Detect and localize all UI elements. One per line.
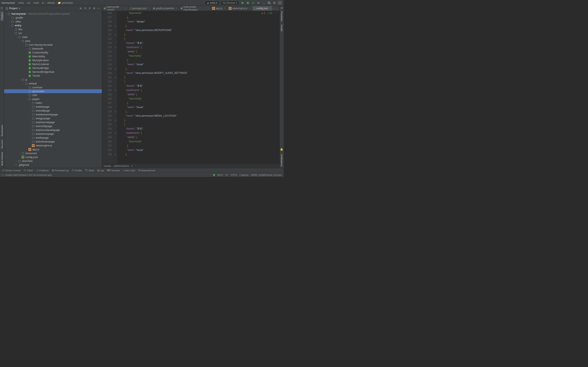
tree-arrow[interactable]: ›: [26, 48, 28, 50]
editor-breadcrumb-item[interactable]: 1: [131, 165, 132, 167]
tab-close-icon[interactable]: ×: [269, 7, 271, 9]
tree-arrow[interactable]: ›: [29, 110, 32, 111]
tree-arrow[interactable]: ›: [29, 137, 32, 139]
tree-item[interactable]: ›▢i18n: [4, 93, 102, 97]
profile-button[interactable]: [251, 1, 255, 5]
rail-tab-previewer[interactable]: Previewer: [280, 10, 283, 23]
status-icon[interactable]: ▢: [2, 174, 4, 176]
editor-tab[interactable]: {}config.json×: [252, 6, 273, 11]
fold-marker[interactable]: [113, 71, 117, 75]
rail-tab-bookmarks[interactable]: Bookmarks: [0, 123, 4, 138]
tree-item[interactable]: ⌄▢main: [4, 35, 102, 39]
fold-marker[interactable]: [113, 105, 117, 109]
fold-marker[interactable]: ⊖: [113, 33, 117, 37]
editor-tab[interactable]: JSapp.js×: [210, 6, 227, 11]
fold-marker[interactable]: ⊖: [113, 118, 117, 122]
tree-arrow[interactable]: ›: [26, 94, 28, 96]
collapse-all-icon[interactable]: ⇵: [88, 7, 91, 10]
fold-marker[interactable]: [113, 54, 117, 58]
tree-item[interactable]: CServiceBridge: [4, 66, 102, 70]
fold-marker[interactable]: [113, 15, 117, 20]
bottom-tab-log[interactable]: ▤Log: [97, 169, 104, 172]
fold-marker[interactable]: [113, 11, 117, 15]
editor-body[interactable]: ⚠ 1 ✓ 20 ˄ ˅ 106107108109110111112113114…: [102, 11, 279, 164]
chevron-down-icon[interactable]: ⌄: [273, 7, 275, 10]
fold-marker[interactable]: [113, 41, 117, 45]
run-config-selector[interactable]: ▲ entry ▾: [205, 1, 219, 5]
tree-item[interactable]: ⌄▢default: [4, 82, 102, 85]
tree-item[interactable]: ›▢testsensorpage: [4, 132, 102, 136]
tab-close-icon[interactable]: ×: [176, 7, 177, 9]
breadcrumb-item[interactable]: entry: [18, 1, 24, 4]
fold-marker[interactable]: [113, 62, 117, 67]
fold-marker[interactable]: ⊖: [113, 131, 117, 135]
tree-arrow[interactable]: ⌄: [5, 13, 7, 15]
settings-icon[interactable]: [273, 1, 276, 5]
tab-close-icon[interactable]: ×: [249, 7, 250, 9]
editor-tab[interactable]: ⬢build.gradle (:entry)×: [102, 6, 128, 11]
editor-breadcrumb[interactable]: module›reqPermissions›1: [102, 164, 279, 168]
file-encoding[interactable]: UTF-8: [231, 174, 237, 176]
breadcrumb-item[interactable]: main: [34, 1, 39, 4]
tree-item[interactable]: ⌄▢com.harvey.hw.wear: [4, 43, 102, 47]
fold-marker[interactable]: [113, 148, 117, 152]
bottom-tab-dependencies[interactable]: ⧉Dependencies: [139, 169, 155, 172]
fold-marker[interactable]: [113, 127, 117, 131]
tree-arrow[interactable]: ⌄: [12, 32, 14, 34]
fold-marker[interactable]: [113, 101, 117, 105]
tree-item[interactable]: ›▢testnotifypage: [4, 124, 102, 128]
search-icon[interactable]: [267, 1, 271, 5]
tree-item[interactable]: ⌄▢pages: [4, 97, 102, 101]
fold-marker[interactable]: [113, 122, 117, 127]
tree-arrow[interactable]: ⌄: [22, 83, 25, 84]
rail-tab-notifications[interactable]: Notifications: [280, 152, 283, 168]
rail-tab-project[interactable]: Project: [0, 11, 4, 21]
fold-marker[interactable]: ⊖: [113, 152, 117, 157]
tree-item[interactable]: ▢.gradle: [4, 16, 102, 20]
vcs-update-button[interactable]: ⬚: [262, 1, 266, 5]
tree-item[interactable]: ›▢testinternetpage: [4, 120, 102, 124]
tree-item[interactable]: ›▢.idea: [4, 20, 102, 24]
fold-marker[interactable]: [113, 92, 117, 97]
rail-tab-gradle[interactable]: Gradle: [280, 23, 283, 33]
eye-icon[interactable]: 👁: [280, 7, 283, 10]
tree-arrow[interactable]: ⌄: [15, 36, 18, 38]
fold-marker[interactable]: ⊖: [113, 45, 117, 50]
tree-arrow[interactable]: ›: [29, 106, 32, 108]
bottom-tab-problems[interactable]: ⚠Problems: [36, 169, 49, 172]
fold-marker[interactable]: [113, 97, 117, 101]
fold-marker[interactable]: [113, 114, 117, 118]
tree-item[interactable]: ›▢common: [4, 85, 102, 89]
fold-marker[interactable]: [113, 20, 117, 24]
fold-marker[interactable]: [113, 80, 117, 84]
tree-root-label[interactable]: harveywear: [11, 12, 26, 15]
tree-arrow[interactable]: ›: [29, 102, 32, 104]
project-tool-icon[interactable]: ▢: [1, 7, 3, 9]
more-icon[interactable]: ⋮: [276, 7, 278, 10]
editor-tab[interactable]: ⬢gradle.properties×: [151, 6, 179, 11]
fold-marker[interactable]: [113, 58, 117, 62]
breadcrumb-item[interactable]: harveywear: [2, 1, 15, 4]
tree-item[interactable]: CMyApplication: [4, 58, 102, 62]
tree-item[interactable]: JSapp.js: [4, 147, 102, 151]
fold-marker[interactable]: ⊖: [113, 109, 117, 114]
tab-close-icon[interactable]: ×: [208, 7, 209, 9]
bottom-tab-code-linter[interactable]: Code Linter: [123, 169, 135, 172]
tree-item[interactable]: ›▢testttspage: [4, 136, 102, 140]
tree-item[interactable]: ▫.gitignore: [4, 163, 102, 167]
tree-item[interactable]: ›▢bluetooth: [4, 47, 102, 50]
tree-item[interactable]: ⌄▢java: [4, 39, 102, 43]
tree-item[interactable]: ›▢testvibratorpage: [4, 140, 102, 143]
next-highlight-icon[interactable]: ˅: [277, 12, 278, 15]
warning-badge[interactable]: ⚠ 1: [261, 12, 265, 15]
tree-item[interactable]: ›▢resources: [4, 151, 102, 155]
tree-arrow[interactable]: ›: [29, 121, 32, 123]
tree-item[interactable]: ›▢testrecordaudiopage: [4, 128, 102, 132]
tree-item[interactable]: ▢libs: [4, 27, 102, 31]
tree-arrow[interactable]: ⌄: [19, 79, 21, 81]
tree-arrow[interactable]: ›: [29, 141, 32, 142]
tree-arrow[interactable]: ⌄: [19, 40, 21, 42]
bottom-tab-profiler[interactable]: ⏱Profiler: [72, 169, 82, 172]
tree-item[interactable]: CServiceBridgeStub: [4, 70, 102, 74]
fold-marker[interactable]: [113, 140, 117, 144]
